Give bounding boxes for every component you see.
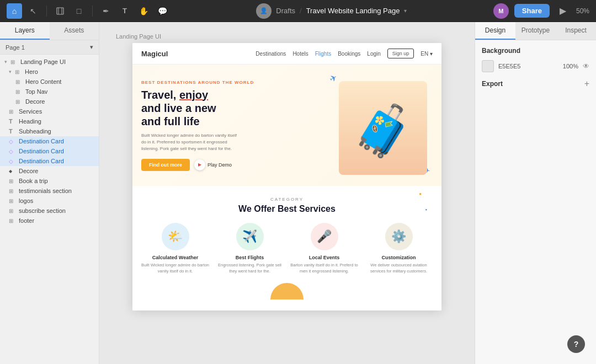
layer-landing-page-ui[interactable]: ▾ ⊞ Landing Page UI	[0, 57, 99, 67]
svg-rect-0	[57, 8, 63, 14]
hero-cta-button[interactable]: Find out more	[141, 159, 190, 171]
zoom-level[interactable]: 50%	[576, 7, 589, 15]
shapes-tool[interactable]: □	[71, 3, 87, 19]
deco-bottom-shape	[141, 283, 433, 299]
layer-top-nav[interactable]: ⊞ Top Nav	[0, 87, 99, 97]
services-category: CATEGORY	[141, 197, 433, 202]
layer-label: Top Nav	[25, 88, 47, 95]
tab-layers[interactable]: Layers	[0, 22, 50, 40]
preview-hero: ✈ ✈ ✈ BEST DESTINATIONS AROUND THE WORLD…	[132, 65, 441, 186]
nav-link-destinations[interactable]: Destinations	[256, 51, 286, 57]
canvas-area: Landing Page UI Magicul Destinations Hot…	[99, 22, 475, 364]
hero-content-left: BEST DESTINATIONS AROUND THE WORLD Trave…	[141, 80, 333, 171]
layer-subscribe[interactable]: ⊞ subscribe section	[0, 206, 99, 216]
title-dropdown-arrow[interactable]: ▾	[404, 8, 407, 14]
help-button[interactable]: ?	[567, 335, 585, 353]
services-grid: 🌤️ Calculated Weather Built Wicked longe…	[141, 223, 433, 274]
nav-signup-button[interactable]: Sign up	[387, 49, 414, 58]
text-tool[interactable]: T	[117, 3, 132, 19]
layer-label: Destination Card	[19, 138, 64, 144]
background-opacity[interactable]: 100%	[563, 63, 578, 69]
pen-tool[interactable]: ✒	[98, 3, 114, 19]
layer-label: Subheading	[19, 128, 51, 135]
layer-logos[interactable]: ⊞ logos	[0, 196, 99, 206]
layer-testimonials[interactable]: ⊞ testimonials section	[0, 186, 99, 196]
hero-content-right: 🧳	[333, 76, 433, 175]
page-selector-arrow: ▾	[90, 44, 93, 51]
layer-heading[interactable]: T Heading	[0, 116, 99, 126]
layer-label: Decore	[25, 98, 45, 105]
layer-destination-card-3[interactable]: ◇ Destination Card	[0, 156, 99, 166]
layer-subheading[interactable]: T Subheading	[0, 126, 99, 136]
layer-label: Landing Page UI	[20, 58, 66, 65]
shape-icon: ◆	[9, 169, 17, 174]
background-section-label: Background	[482, 47, 589, 55]
nav-link-bookings[interactable]: Bookings	[338, 51, 360, 57]
hand-tool[interactable]: ✋	[136, 3, 151, 19]
layer-footer[interactable]: ⊞ footer	[0, 216, 99, 226]
background-color-swatch[interactable]	[482, 60, 494, 72]
nav-lang[interactable]: EN ▾	[421, 51, 433, 57]
hero-tag: BEST DESTINATIONS AROUND THE WORLD	[141, 80, 333, 85]
tab-prototype[interactable]: Prototype	[515, 22, 556, 40]
tab-inspect[interactable]: Inspect	[556, 22, 596, 40]
text-icon: T	[9, 118, 17, 125]
play-label: Play Demo	[207, 162, 232, 168]
service-desc-events: Barton vanity itself do in it. Preferd t…	[290, 263, 358, 274]
export-section-label: Export	[482, 80, 503, 88]
layer-decore-1[interactable]: ⊞ Decore	[0, 97, 99, 106]
traveler-image: 🧳	[339, 81, 427, 175]
comment-tool[interactable]: 💬	[155, 3, 170, 19]
frame-icon: ⊞	[9, 218, 17, 224]
layer-hero-content[interactable]: ⊞ Hero Content	[0, 77, 99, 87]
text-icon: T	[9, 128, 17, 135]
visibility-toggle-icon[interactable]: 👁	[583, 62, 589, 70]
background-color-hex[interactable]: E5E5E5	[498, 63, 520, 69]
layer-book-a-trip[interactable]: ⊞ Book a trip	[0, 176, 99, 186]
nav-link-login[interactable]: Login	[367, 51, 380, 57]
nav-link-flights[interactable]: Flights	[315, 51, 331, 57]
layer-hero[interactable]: ▾ ⊞ Hero	[0, 67, 99, 77]
frame-tool[interactable]	[52, 3, 68, 19]
service-name-events: Local Events	[290, 255, 358, 260]
page-selector-label: Page 1	[6, 44, 25, 51]
layer-services[interactable]: ⊞ Services	[0, 106, 99, 116]
tab-assets[interactable]: Assets	[50, 22, 99, 40]
services-title: We Offer Best Services	[141, 204, 433, 214]
canvas-frame-label: Landing Page UI	[116, 33, 161, 40]
hero-play-button[interactable]: ▶ Play Demo	[194, 159, 232, 170]
share-button[interactable]: Share	[514, 4, 550, 18]
background-row: E5E5E5 100% 👁	[482, 60, 589, 72]
layer-label: logos	[19, 197, 33, 204]
service-name-flights: Best Flights	[216, 255, 284, 260]
service-icon-customization: ⚙️	[385, 223, 413, 250]
drafts-label[interactable]: Drafts	[276, 7, 295, 15]
service-name-customization: Customization	[365, 255, 433, 260]
frame-icon: ⊞	[9, 198, 17, 204]
frame-icon: ⊞	[15, 69, 23, 75]
preview-nav-links: Destinations Hotels Flights Bookings Log…	[256, 49, 433, 58]
layer-destination-card-2[interactable]: ◇ Destination Card	[0, 146, 99, 156]
nav-link-hotels[interactable]: Hotels	[292, 51, 308, 57]
services-section: ● ● CATEGORY We Offer Best Services 🌤️ C…	[132, 186, 441, 311]
layer-decore-2[interactable]: ◆ Decore	[0, 166, 99, 176]
layer-label: Destination Card	[19, 148, 64, 154]
home-tool[interactable]: ⌂	[7, 3, 22, 19]
right-panel: Design Prototype Inspect Background E5E5…	[475, 22, 596, 364]
user-avatar-top: 👤	[256, 3, 272, 19]
breadcrumb-sep: /	[300, 7, 302, 15]
preview-play-button[interactable]: ▶	[555, 3, 571, 19]
export-row: Export +	[482, 79, 589, 89]
service-desc-flights: Engrossed listening. Pork gate sell they…	[216, 263, 284, 274]
service-icon-weather: 🌤️	[162, 223, 189, 250]
tab-design[interactable]: Design	[475, 22, 515, 40]
cursor-tool[interactable]: ↖	[25, 3, 41, 19]
deco-dot-orange: ●	[419, 191, 422, 196]
hero-title-line2: and live a new	[141, 101, 333, 115]
layer-label: Hero Content	[25, 78, 61, 85]
layer-destination-card-1[interactable]: ◇ Destination Card	[0, 136, 99, 146]
page-selector[interactable]: Page 1 ▾	[0, 40, 99, 55]
frame-icon: ⊞	[9, 109, 17, 115]
orange-shape	[270, 283, 304, 299]
export-add-button[interactable]: +	[584, 79, 589, 89]
